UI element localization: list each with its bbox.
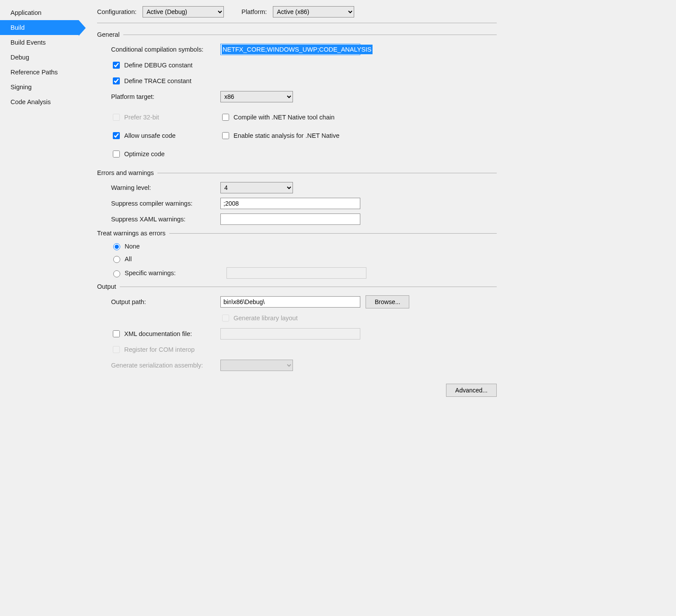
treat-all-label: All: [125, 256, 132, 262]
treat-all-radio[interactable]: [113, 256, 120, 263]
platform-target-label: Platform target:: [111, 93, 220, 100]
suppress-xaml-input[interactable]: [220, 214, 360, 225]
section-title-errors: Errors and warnings: [97, 169, 154, 176]
divider-line: [157, 173, 497, 173]
generate-library-checkbox: Generate library layout: [220, 313, 298, 323]
define-debug-input[interactable]: [113, 62, 120, 69]
define-debug-label: Define DEBUG constant: [124, 62, 192, 69]
xml-doc-label: XML documentation file:: [124, 330, 192, 337]
sidebar-item-signing[interactable]: Signing: [0, 80, 79, 94]
sidebar-nav: Application Build Build Events Debug Ref…: [0, 0, 79, 461]
suppress-compiler-input[interactable]: [220, 198, 360, 209]
configuration-label: Configuration:: [97, 8, 136, 15]
gen-serialization-select: [220, 360, 293, 371]
enable-static-analysis-label: Enable static analysis for .NET Native: [233, 132, 339, 139]
compile-net-native-checkbox[interactable]: Compile with .NET Native tool chain: [220, 112, 335, 122]
section-header-general: General: [97, 31, 497, 38]
optimize-code-checkbox[interactable]: Optimize code: [111, 149, 165, 159]
optimize-code-input[interactable]: [113, 150, 120, 158]
gen-serialization-label: Generate serialization assembly:: [111, 362, 220, 369]
enable-static-analysis-input[interactable]: [222, 132, 229, 139]
advanced-button[interactable]: Advanced...: [446, 384, 497, 397]
allow-unsafe-checkbox[interactable]: Allow unsafe code: [111, 131, 176, 140]
compile-net-native-label: Compile with .NET Native tool chain: [233, 114, 335, 121]
treat-specific-label: Specific warnings:: [125, 270, 223, 276]
define-trace-checkbox[interactable]: Define TRACE constant: [111, 76, 192, 86]
sidebar-item-build-events[interactable]: Build Events: [0, 35, 79, 50]
section-title-general: General: [97, 31, 120, 38]
define-trace-input[interactable]: [113, 77, 120, 84]
treat-none-label: None: [125, 243, 140, 250]
treat-specific-radio[interactable]: [113, 270, 120, 277]
config-platform-row: Configuration: Active (Debug) Platform: …: [97, 6, 497, 18]
section-header-errors: Errors and warnings: [97, 169, 497, 176]
sidebar-item-application[interactable]: Application: [0, 5, 79, 20]
divider-line: [169, 233, 497, 234]
section-header-treat: Treat warnings as errors: [97, 230, 497, 237]
sidebar-item-code-analysis[interactable]: Code Analysis: [0, 94, 79, 109]
section-header-output: Output: [97, 283, 497, 290]
generate-library-input: [222, 315, 229, 322]
register-com-input: [113, 346, 120, 353]
sidebar-item-reference-paths[interactable]: Reference Paths: [0, 65, 79, 80]
configuration-select[interactable]: Active (Debug): [143, 6, 224, 18]
platform-select[interactable]: Active (x86): [273, 6, 354, 18]
build-page: Configuration: Active (Debug) Platform: …: [79, 0, 506, 461]
define-trace-label: Define TRACE constant: [124, 77, 192, 84]
suppress-xaml-label: Suppress XAML warnings:: [111, 216, 220, 223]
sidebar-item-build[interactable]: Build: [0, 20, 79, 35]
section-title-treat: Treat warnings as errors: [97, 230, 166, 237]
prefer-32bit-checkbox: Prefer 32-bit: [111, 112, 159, 122]
platform-target-select[interactable]: x86: [220, 91, 293, 102]
treat-specific-input: [226, 267, 366, 279]
treat-none-radio[interactable]: [113, 243, 120, 250]
symbols-selected-text: NETFX_CORE;WINDOWS_UWP;CODE_ANALYSIS: [222, 45, 373, 54]
compile-net-native-input[interactable]: [222, 114, 229, 121]
warning-level-select[interactable]: 4: [220, 182, 293, 193]
register-com-label: Register for COM interop: [124, 346, 195, 353]
allow-unsafe-label: Allow unsafe code: [124, 132, 176, 139]
platform-label: Platform:: [241, 8, 267, 15]
define-debug-checkbox[interactable]: Define DEBUG constant: [111, 60, 192, 70]
prefer-32bit-label: Prefer 32-bit: [124, 114, 159, 121]
browse-button[interactable]: Browse...: [366, 295, 409, 308]
xml-doc-input[interactable]: [113, 330, 120, 337]
register-com-checkbox: Register for COM interop: [111, 345, 195, 354]
sidebar-item-debug[interactable]: Debug: [0, 50, 79, 65]
output-path-label: Output path:: [111, 298, 220, 305]
symbols-label: Conditional compilation symbols:: [111, 46, 220, 53]
divider-line: [120, 287, 497, 287]
section-title-output: Output: [97, 283, 116, 290]
optimize-code-label: Optimize code: [124, 150, 165, 158]
prefer-32bit-input: [113, 114, 120, 121]
generate-library-label: Generate library layout: [233, 315, 298, 322]
divider-line: [123, 35, 497, 35]
xml-doc-path-input: [220, 328, 360, 340]
allow-unsafe-input[interactable]: [113, 132, 120, 139]
enable-static-analysis-checkbox[interactable]: Enable static analysis for .NET Native: [220, 131, 339, 140]
suppress-compiler-label: Suppress compiler warnings:: [111, 200, 220, 207]
divider: [97, 23, 497, 23]
xml-doc-checkbox[interactable]: XML documentation file:: [111, 329, 220, 339]
warning-level-label: Warning level:: [111, 184, 220, 191]
symbols-input[interactable]: NETFX_CORE;WINDOWS_UWP;CODE_ANALYSIS: [220, 44, 360, 55]
output-path-input[interactable]: [220, 296, 360, 308]
